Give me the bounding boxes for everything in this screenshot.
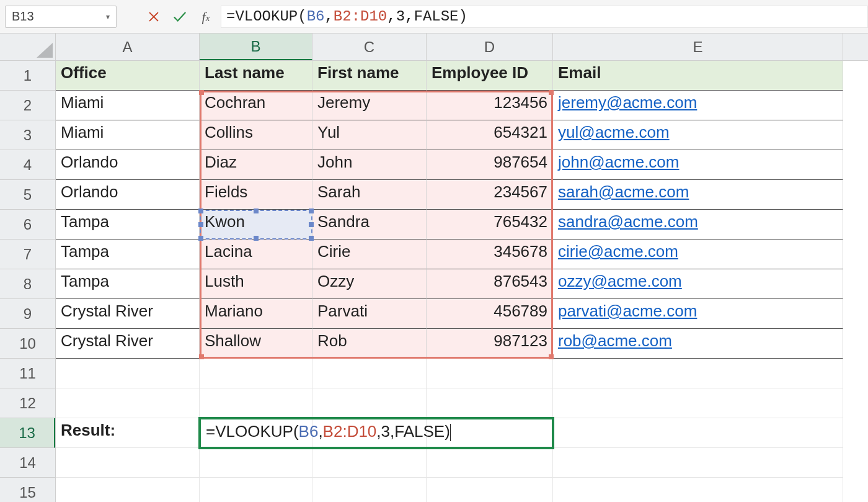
cancel-button[interactable]	[143, 6, 165, 28]
cell-E15[interactable]	[553, 478, 843, 502]
cell-B12[interactable]	[200, 388, 312, 418]
cell-A6[interactable]: Tampa	[56, 210, 200, 240]
cell-D5[interactable]: 234567	[427, 180, 553, 210]
cell-B4[interactable]: Diaz	[200, 150, 312, 180]
cell-B5[interactable]: Fields	[200, 180, 312, 210]
cell-D10[interactable]: 987123	[427, 329, 553, 359]
column-header-A[interactable]: A	[56, 34, 200, 60]
cell-A8[interactable]: Tampa	[56, 269, 200, 299]
email-link[interactable]: john@acme.com	[558, 153, 679, 171]
row-header-2[interactable]: 2	[0, 91, 55, 120]
email-link[interactable]: yul@acme.com	[558, 123, 670, 141]
cell-B10[interactable]: Shallow	[200, 329, 312, 359]
email-link[interactable]: ozzy@acme.com	[558, 272, 682, 290]
email-link[interactable]: cirie@acme.com	[558, 242, 678, 261]
cell-B2[interactable]: Cochran	[200, 91, 312, 120]
row-header-11[interactable]: 11	[0, 359, 55, 388]
column-header-D[interactable]: D	[427, 34, 553, 60]
cell-E14[interactable]	[553, 448, 843, 478]
name-box[interactable]: B13 ▾	[5, 6, 117, 28]
row-header-3[interactable]: 3	[0, 120, 55, 150]
cell-E3[interactable]: yul@acme.com	[553, 120, 843, 150]
cell-A14[interactable]	[56, 448, 200, 478]
column-header-C[interactable]: C	[312, 34, 427, 60]
cell-A5[interactable]: Orlando	[56, 180, 200, 210]
cell-C3[interactable]: Yul	[312, 120, 427, 150]
row-header-4[interactable]: 4	[0, 150, 55, 180]
cell-B15[interactable]	[200, 478, 312, 502]
cell-D3[interactable]: 654321	[427, 120, 553, 150]
row-header-6[interactable]: 6	[0, 210, 55, 240]
row-header-9[interactable]: 9	[0, 299, 55, 329]
cell-B7[interactable]: Lacina	[200, 240, 312, 269]
select-all-corner[interactable]	[0, 34, 56, 61]
cell-A9[interactable]: Crystal River	[56, 299, 200, 329]
cell-B13-editing[interactable]: =VLOOKUP(B6,B2:D10,3,FALSE)	[202, 418, 556, 448]
cell-C11[interactable]	[312, 359, 427, 388]
cell-C7[interactable]: Cirie	[312, 240, 427, 269]
cell-D15[interactable]	[427, 478, 553, 502]
cell-C12[interactable]	[312, 388, 427, 418]
cell-B11[interactable]	[200, 359, 312, 388]
cell-D1[interactable]: Employee ID	[427, 61, 553, 91]
row-header-12[interactable]: 12	[0, 388, 55, 418]
cell-A3[interactable]: Miami	[56, 120, 200, 150]
row-header-10[interactable]: 10	[0, 329, 55, 359]
cell-D6[interactable]: 765432	[427, 210, 553, 240]
row-header-5[interactable]: 5	[0, 180, 55, 210]
row-header-1[interactable]: 1	[0, 61, 55, 91]
cell-E1[interactable]: Email	[553, 61, 843, 91]
email-link[interactable]: sarah@acme.com	[558, 182, 689, 201]
spreadsheet-grid[interactable]: ABCDE 123456789101112131415 OfficeLast n…	[0, 34, 868, 502]
cell-B9[interactable]: Mariano	[200, 299, 312, 329]
cell-E4[interactable]: john@acme.com	[553, 150, 843, 180]
cell-B1[interactable]: Last name	[200, 61, 312, 91]
cell-E8[interactable]: ozzy@acme.com	[553, 269, 843, 299]
insert-function-button[interactable]: fx	[195, 6, 217, 28]
row-header-8[interactable]: 8	[0, 269, 55, 299]
email-link[interactable]: parvati@acme.com	[558, 302, 697, 320]
cell-B6[interactable]: Kwon	[200, 210, 312, 240]
cell-E7[interactable]: cirie@acme.com	[553, 240, 843, 269]
cell-A7[interactable]: Tampa	[56, 240, 200, 269]
cell-A12[interactable]	[56, 388, 200, 418]
cell-C6[interactable]: Sandra	[312, 210, 427, 240]
row-header-15[interactable]: 15	[0, 478, 55, 502]
cell-B8[interactable]: Lusth	[200, 269, 312, 299]
cell-D11[interactable]	[427, 359, 553, 388]
cell-D12[interactable]	[427, 388, 553, 418]
cell-C4[interactable]: John	[312, 150, 427, 180]
cell-D4[interactable]: 987654	[427, 150, 553, 180]
cell-D8[interactable]: 876543	[427, 269, 553, 299]
cell-A4[interactable]: Orlando	[56, 150, 200, 180]
cell-E11[interactable]	[553, 359, 843, 388]
cell-E9[interactable]: parvati@acme.com	[553, 299, 843, 329]
cell-A15[interactable]	[56, 478, 200, 502]
cell-C5[interactable]: Sarah	[312, 180, 427, 210]
enter-button[interactable]	[169, 6, 191, 28]
formula-input[interactable]: =VLOOKUP( B6 , B2:D10 , 3 , FALSE)	[221, 6, 868, 28]
cell-C14[interactable]	[312, 448, 427, 478]
cell-E2[interactable]: jeremy@acme.com	[553, 91, 843, 120]
cell-A1[interactable]: Office	[56, 61, 200, 91]
cell-D14[interactable]	[427, 448, 553, 478]
cell-B3[interactable]: Collins	[200, 120, 312, 150]
cell-A13[interactable]: Result:	[56, 418, 200, 448]
cell-C15[interactable]	[312, 478, 427, 502]
cell-A2[interactable]: Miami	[56, 91, 200, 120]
email-link[interactable]: jeremy@acme.com	[558, 93, 697, 112]
email-link[interactable]: rob@acme.com	[558, 331, 672, 350]
cell-D7[interactable]: 345678	[427, 240, 553, 269]
cell-C1[interactable]: First name	[312, 61, 427, 91]
chevron-down-icon[interactable]: ▾	[106, 12, 110, 21]
cell-D9[interactable]: 456789	[427, 299, 553, 329]
cell-A10[interactable]: Crystal River	[56, 329, 200, 359]
cell-A11[interactable]	[56, 359, 200, 388]
cell-E10[interactable]: rob@acme.com	[553, 329, 843, 359]
cell-E13[interactable]	[553, 418, 843, 448]
cell-E12[interactable]	[553, 388, 843, 418]
column-header-B[interactable]: B	[200, 34, 312, 60]
cell-C2[interactable]: Jeremy	[312, 91, 427, 120]
cell-E6[interactable]: sandra@acme.com	[553, 210, 843, 240]
cell-C8[interactable]: Ozzy	[312, 269, 427, 299]
